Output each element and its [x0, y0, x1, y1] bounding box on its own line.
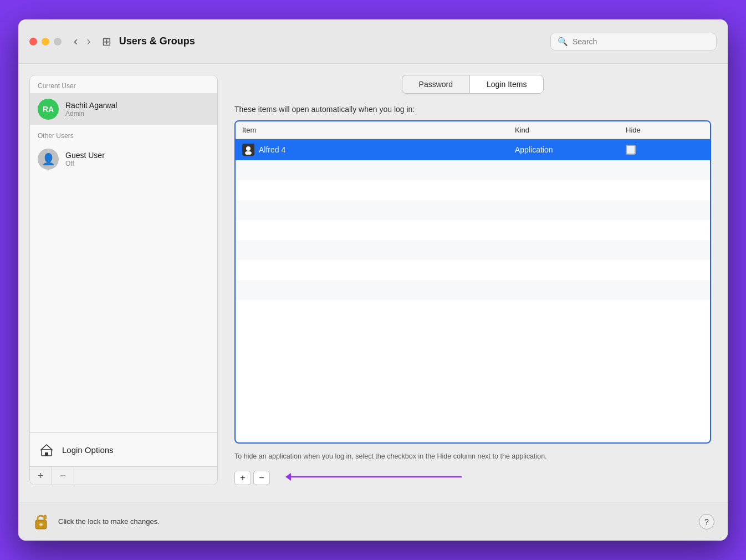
tab-login-items[interactable]: Login Items: [469, 75, 544, 94]
sidebar-controls: + −: [30, 466, 217, 485]
lock-icon[interactable]: [32, 512, 50, 531]
search-box[interactable]: 🔍: [550, 33, 717, 50]
maximize-button[interactable]: [54, 38, 62, 45]
column-hide-header: Hide: [626, 126, 681, 134]
current-user-label: Current User: [30, 75, 217, 93]
search-icon: 🔍: [558, 37, 568, 47]
table-row[interactable]: [236, 260, 710, 280]
content-area: Current User RA Rachit Agarwal Admin Oth…: [29, 75, 711, 485]
main-content: Current User RA Rachit Agarwal Admin Oth…: [18, 64, 728, 496]
user-info-guest: Guest User Off: [65, 151, 105, 167]
hide-checkbox[interactable]: [626, 145, 636, 155]
sidebar-remove-button[interactable]: −: [52, 467, 74, 485]
nav-arrows: ‹ ›: [71, 34, 93, 49]
cell-item-name: Alfred 4: [242, 144, 515, 156]
titlebar: ‹ › ⊞ Users & Groups 🔍: [18, 19, 728, 64]
lock-text: Click the lock to make changes.: [58, 517, 691, 526]
table-row[interactable]: [236, 300, 710, 320]
table-body: Alfred 4 Application: [236, 139, 710, 442]
cell-kind: Application: [515, 145, 626, 154]
tab-password[interactable]: Password: [402, 75, 469, 94]
svg-rect-1: [45, 452, 48, 456]
alfred-icon: [242, 144, 254, 156]
login-options-label: Login Options: [62, 445, 114, 455]
sidebar-users-list: Current User RA Rachit Agarwal Admin Oth…: [30, 75, 217, 432]
hide-info-text: To hide an application when you log in, …: [234, 451, 645, 462]
svg-rect-7: [39, 523, 43, 526]
svg-point-2: [246, 146, 251, 151]
main-window: ‹ › ⊞ Users & Groups 🔍 Current User RA R…: [18, 19, 728, 541]
sidebar-item-login-options[interactable]: Login Options: [30, 432, 217, 466]
tabs-row: Password Login Items: [234, 75, 711, 94]
sidebar: Current User RA Rachit Agarwal Admin Oth…: [29, 75, 218, 485]
table-row[interactable]: Alfred 4 Application: [236, 139, 710, 160]
user-name-guest: Guest User: [65, 151, 105, 160]
table-row[interactable]: [236, 240, 710, 260]
house-icon: [38, 441, 55, 459]
other-users-label: Other Users: [30, 125, 217, 143]
add-login-item-button[interactable]: +: [234, 471, 251, 485]
sidebar-item-guest[interactable]: 👤 Guest User Off: [30, 143, 217, 175]
help-button[interactable]: ?: [699, 514, 714, 530]
page-title: Users & Groups: [119, 35, 550, 47]
right-panel: Password Login Items These items will op…: [229, 75, 711, 485]
table-row[interactable]: [236, 200, 710, 220]
table-row[interactable]: [236, 220, 710, 240]
search-input[interactable]: [573, 37, 709, 46]
sidebar-add-button[interactable]: +: [30, 467, 52, 485]
column-kind-header: Kind: [515, 126, 626, 134]
login-items-table: Item Kind Hide: [234, 120, 711, 444]
remove-login-item-button[interactable]: −: [253, 471, 270, 485]
login-items-description: These items will open automatically when…: [234, 105, 711, 114]
table-row[interactable]: [236, 180, 710, 200]
user-name-rachit: Rachit Agarwal: [65, 101, 117, 110]
window-controls: [29, 38, 62, 45]
item-name-label: Alfred 4: [259, 145, 285, 154]
forward-button[interactable]: ›: [84, 34, 93, 49]
column-item-header: Item: [242, 126, 515, 134]
apps-grid-icon[interactable]: ⊞: [102, 35, 111, 48]
user-role-guest: Off: [65, 160, 105, 167]
back-button[interactable]: ‹: [71, 34, 80, 49]
column-extra-header: [681, 126, 703, 134]
user-info-rachit: Rachit Agarwal Admin: [65, 101, 117, 118]
avatar-rachit: RA: [38, 99, 59, 120]
table-controls: + −: [234, 471, 711, 485]
close-button[interactable]: [29, 38, 37, 45]
user-role-rachit: Admin: [65, 110, 117, 118]
sidebar-item-rachit[interactable]: RA Rachit Agarwal Admin: [30, 93, 217, 125]
avatar-guest: 👤: [38, 149, 59, 170]
svg-point-3: [245, 151, 252, 155]
table-header: Item Kind Hide: [236, 121, 710, 139]
minimize-button[interactable]: [42, 38, 49, 45]
bottom-bar: Click the lock to make changes. ?: [18, 502, 728, 541]
arrow-annotation: [279, 469, 467, 485]
table-row[interactable]: [236, 160, 710, 180]
svg-marker-5: [285, 473, 291, 481]
table-row[interactable]: [236, 280, 710, 300]
